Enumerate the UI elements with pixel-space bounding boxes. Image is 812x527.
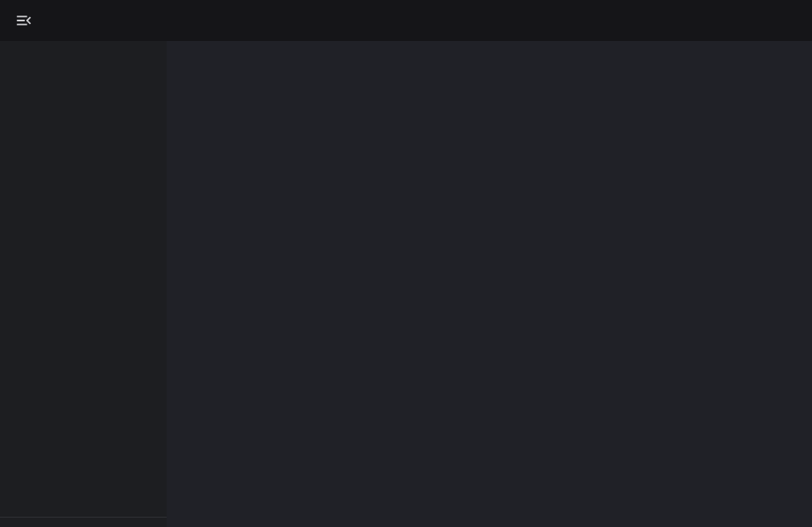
sidebar-bottom-items: [0, 524, 167, 527]
choose-player-button[interactable]: [788, 20, 798, 21]
sidebar-spacer: [0, 44, 167, 511]
menu-toggle-icon[interactable]: [15, 11, 33, 30]
sidebar-header: [0, 11, 167, 30]
home-assistant-window: [0, 0, 812, 527]
sidebar: [0, 41, 167, 527]
top-app-bar: [0, 0, 812, 41]
sidebar-divider: [0, 517, 167, 518]
